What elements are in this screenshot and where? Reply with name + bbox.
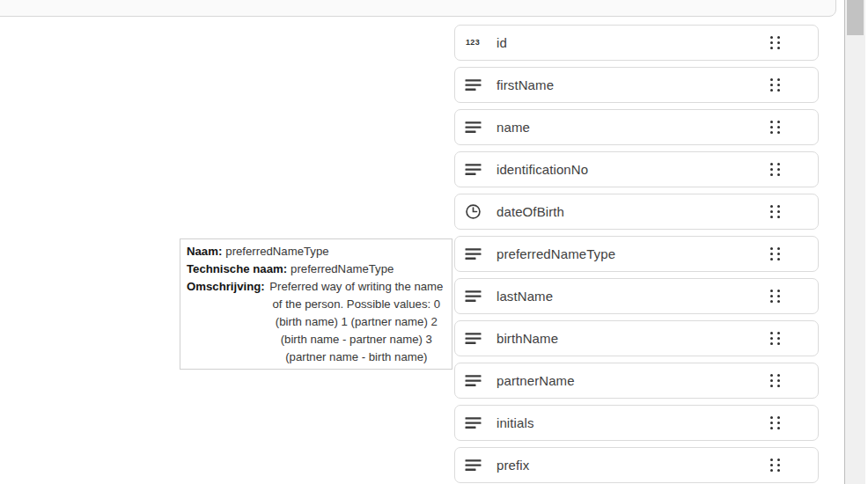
field-label: lastName xyxy=(497,289,553,304)
tooltip-description-value: Preferred way of writing the name of the… xyxy=(268,278,445,366)
field-row-id[interactable]: 123 id xyxy=(454,25,819,61)
drag-handle-icon[interactable] xyxy=(770,332,780,345)
drag-handle-icon[interactable] xyxy=(770,374,780,387)
drag-handle-icon[interactable] xyxy=(770,36,780,49)
drag-handle-icon[interactable] xyxy=(770,290,780,303)
drag-handle-icon[interactable] xyxy=(770,121,780,134)
field-label: id xyxy=(497,35,507,50)
app-canvas: Naam:preferredNameType Technische naam:p… xyxy=(0,0,868,484)
field-row-lastName[interactable]: lastName xyxy=(454,278,819,314)
field-tooltip: Naam:preferredNameType Technische naam:p… xyxy=(180,238,452,370)
field-label: birthName xyxy=(497,331,558,346)
field-label: prefix xyxy=(497,458,529,473)
text-lines-icon xyxy=(464,288,482,305)
drag-handle-icon[interactable] xyxy=(770,163,780,176)
field-row-name[interactable]: name xyxy=(454,109,819,145)
tooltip-technical-name-row: Technische naam:preferredNameType xyxy=(187,260,445,278)
text-lines-icon xyxy=(464,457,482,474)
field-row-prefix[interactable]: prefix xyxy=(454,447,819,483)
field-label: partnerName xyxy=(497,373,575,388)
numeric-icon-glyph: 123 xyxy=(466,39,480,47)
drag-handle-icon[interactable] xyxy=(770,78,780,92)
field-label: firstName xyxy=(497,77,554,92)
field-row-firstName[interactable]: firstName xyxy=(454,67,819,103)
tooltip-name-row: Naam:preferredNameType xyxy=(187,243,445,260)
text-lines-icon xyxy=(464,119,482,136)
top-panel xyxy=(0,0,836,17)
numeric-icon: 123 xyxy=(464,34,482,52)
tooltip-name-label: Naam: xyxy=(187,245,222,258)
text-lines-icon xyxy=(464,330,482,348)
drag-handle-icon[interactable] xyxy=(770,416,780,429)
field-list: 123 id firstName name identificationNo xyxy=(454,25,819,484)
tooltip-description-row: Omschrijving: Preferred way of writing t… xyxy=(187,278,445,366)
field-row-dateOfBirth[interactable]: dateOfBirth xyxy=(454,194,819,230)
field-row-preferredNameType[interactable]: preferredNameType xyxy=(454,236,819,272)
field-row-identificationNo[interactable]: identificationNo xyxy=(454,151,819,187)
scrollbar[interactable] xyxy=(845,0,865,484)
tooltip-name-value: preferredNameType xyxy=(225,245,328,258)
field-label: initials xyxy=(497,415,533,430)
tooltip-technical-name-label: Technische naam: xyxy=(187,262,287,275)
field-row-birthName[interactable]: birthName xyxy=(454,320,819,356)
field-row-initials[interactable]: initials xyxy=(454,405,819,441)
clock-icon xyxy=(464,203,482,221)
field-label: name xyxy=(497,120,530,135)
field-row-partnerName[interactable]: partnerName xyxy=(454,363,819,399)
drag-handle-icon[interactable] xyxy=(770,458,780,472)
drag-handle-icon[interactable] xyxy=(770,205,780,218)
field-label: preferredNameType xyxy=(497,246,615,261)
text-lines-icon xyxy=(464,246,482,263)
text-lines-icon xyxy=(464,77,482,94)
drag-handle-icon[interactable] xyxy=(770,247,780,260)
scrollbar-thumb[interactable] xyxy=(847,0,864,35)
tooltip-technical-name-value: preferredNameType xyxy=(291,262,394,275)
tooltip-description-label: Omschrijving: xyxy=(187,278,265,296)
text-lines-icon xyxy=(464,161,482,179)
field-label: identificationNo xyxy=(497,162,588,177)
field-label: dateOfBirth xyxy=(497,204,564,219)
text-lines-icon xyxy=(464,372,482,390)
text-lines-icon xyxy=(464,414,482,432)
